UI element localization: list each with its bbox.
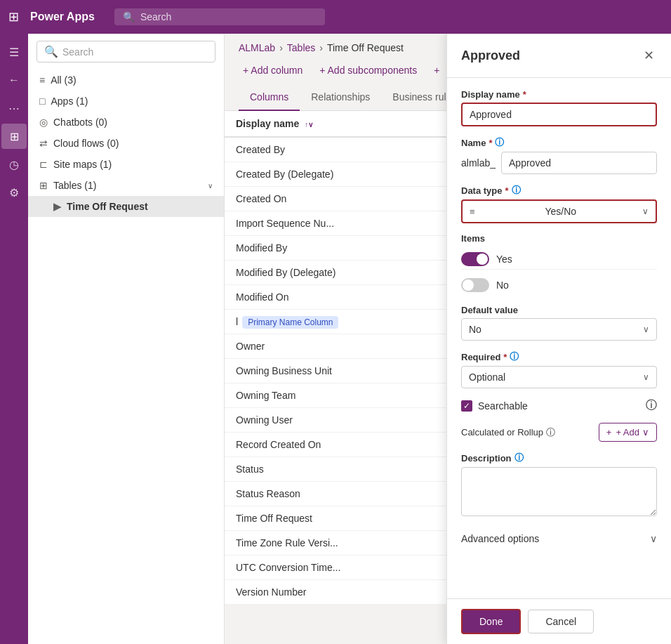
data-type-value: Yes/No — [545, 206, 576, 217]
add-chevron-icon: ∨ — [642, 427, 649, 438]
row-name-text: Status — [236, 464, 264, 475]
row-display-name: Owning Team — [225, 383, 464, 408]
required-label: Required * ⓘ — [461, 350, 657, 363]
data-type-select[interactable]: ≡ Yes/No ∨ — [461, 199, 657, 223]
add-subcomponents-button[interactable]: + Add subcomponents — [315, 62, 421, 79]
row-name-text: Record Created On — [236, 439, 321, 450]
display-name-group: Display name * — [461, 89, 657, 126]
history-icon-btn[interactable]: ◷ — [1, 152, 27, 177]
more-icon-btn[interactable]: ⋯ — [1, 96, 27, 121]
cancel-button[interactable]: Cancel — [528, 610, 594, 633]
tab-relationships[interactable]: Relationships — [300, 84, 381, 111]
row-display-name: Record Created On — [225, 433, 464, 457]
nav-search-input[interactable] — [62, 46, 208, 58]
sidebar-item-cloud-flows[interactable]: ⇄ Cloud flows (0) — [28, 133, 224, 154]
tab-columns[interactable]: Columns — [239, 84, 300, 111]
settings-icon-btn[interactable]: ⚙ — [1, 180, 27, 205]
no-label: No — [496, 280, 509, 291]
row-name-text: Status Reason — [236, 488, 300, 499]
back-icon-btn[interactable]: ← — [1, 67, 27, 93]
close-button[interactable]: ✕ — [641, 45, 657, 66]
breadcrumb-sep-2: › — [319, 42, 323, 53]
row-name-text: Created By (Delegate) — [236, 169, 333, 180]
yes-toggle[interactable] — [461, 252, 489, 266]
data-type-group: Data type * ⓘ ≡ Yes/No ∨ — [461, 184, 657, 223]
add-calculated-button[interactable]: + + Add ∨ — [599, 423, 657, 442]
description-textarea[interactable] — [461, 467, 657, 516]
no-toggle[interactable] — [461, 278, 489, 292]
flow-icon: ⇄ — [39, 138, 48, 149]
sort-icon[interactable]: ↑∨ — [305, 121, 313, 129]
searchable-info-icon[interactable]: ⓘ — [646, 398, 657, 413]
icon-sidebar: ☰ ← ⋯ ⊞ ◷ ⚙ — [0, 34, 28, 644]
app-icon: □ — [39, 96, 45, 107]
breadcrumb-tables[interactable]: Tables — [287, 42, 315, 53]
sidebar-item-site-maps[interactable]: ⊏ Site maps (1) — [28, 154, 224, 175]
item-row-no: No — [461, 275, 657, 295]
calculated-info-icon[interactable]: ⓘ — [546, 426, 555, 439]
primary-name-badge: Primary Name Column — [242, 316, 338, 329]
name-label: Name * ⓘ — [461, 136, 657, 149]
searchable-label: Searchable — [478, 400, 528, 412]
display-name-label: Display name * — [461, 89, 657, 100]
row-name-text: Import Sequence Nu... — [236, 218, 334, 229]
sidebar-item-chatbots[interactable]: ◎ Chatbots (0) — [28, 112, 224, 133]
name-info-icon[interactable]: ⓘ — [495, 136, 504, 149]
bot-icon: ◎ — [39, 117, 48, 128]
breadcrumb-almlab[interactable]: ALMLab — [239, 42, 275, 53]
row-name-text: Owning User — [236, 414, 293, 426]
row-name-text: UTC Conversion Time... — [236, 562, 340, 573]
table-icon: ⊞ — [39, 180, 48, 191]
name-input[interactable] — [501, 152, 657, 174]
row-name-text: Time Zone Rule Versi... — [236, 537, 338, 548]
child-table-icon: ▶ — [53, 201, 61, 212]
row-display-name: Status — [225, 457, 464, 482]
add-column-button[interactable]: + Add column — [239, 62, 307, 79]
required-select[interactable]: Optional ∨ — [461, 366, 657, 388]
sidebar-item-time-off-request[interactable]: ▶ Time Off Request — [28, 196, 224, 217]
content-area: ALMLab › Tables › Time Off Request + Add… — [225, 34, 671, 644]
breadcrumb-current: Time Off Request — [327, 42, 404, 53]
row-name-text: Modified By — [236, 242, 287, 254]
row-display-name: Owner — [225, 334, 464, 359]
top-navigation: ⊞ Power Apps 🔍 — [0, 0, 671, 34]
sidebar-item-label-cloud-flows: Cloud flows (0) — [53, 138, 119, 149]
sidebar-item-label-time-off: Time Off Request — [67, 201, 148, 212]
yes-label: Yes — [496, 254, 512, 265]
default-value-group: Default value No ∨ — [461, 305, 657, 341]
required-info-icon[interactable]: ⓘ — [510, 350, 519, 363]
row-display-name: Time Zone Rule Versi... — [225, 531, 464, 556]
global-search-input[interactable] — [140, 11, 317, 22]
row-display-name: Created By (Delegate) — [225, 162, 464, 187]
display-name-input[interactable] — [461, 103, 657, 126]
required-value: Optional — [469, 372, 505, 383]
nav-panel: 🔍 ≡ All (3) □ Apps (1) ◎ Chatbots (0) ⇄ … — [28, 34, 225, 644]
panel-title: Approved — [461, 48, 520, 63]
row-name-text: Owning Business Unit — [236, 365, 332, 376]
data-type-info-icon[interactable]: ⓘ — [512, 184, 521, 197]
data-type-list-icon: ≡ — [470, 206, 475, 217]
more-toolbar-button[interactable]: + — [430, 62, 444, 79]
searchable-checkbox[interactable]: ✓ — [461, 400, 472, 412]
sidebar-item-all[interactable]: ≡ All (3) — [28, 70, 224, 91]
name-prefix: almlab_ — [461, 157, 496, 169]
row-display-name: Modified By (Delegate) — [225, 261, 464, 285]
required-group: Required * ⓘ Optional ∨ — [461, 350, 657, 388]
menu-icon-btn[interactable]: ☰ — [1, 39, 27, 65]
apps-icon-btn[interactable]: ⊞ — [1, 124, 27, 149]
done-button[interactable]: Done — [461, 609, 521, 634]
row-display-name: Owning User — [225, 408, 464, 433]
sidebar-item-apps[interactable]: □ Apps (1) — [28, 91, 224, 112]
description-group: Description ⓘ — [461, 452, 657, 516]
waffle-icon[interactable]: ⊞ — [8, 9, 19, 25]
advanced-label: Advanced options — [461, 533, 539, 544]
sidebar-item-tables[interactable]: ⊞ Tables (1) ∨ — [28, 175, 224, 196]
advanced-options-row[interactable]: Advanced options ∨ — [461, 526, 657, 551]
row-display-name: Created By — [225, 137, 464, 162]
description-info-icon[interactable]: ⓘ — [514, 452, 524, 464]
app-title: Power Apps — [30, 11, 95, 23]
calculated-row: Calculated or Rollup ⓘ + + Add ∨ — [461, 423, 657, 442]
default-value-select[interactable]: No ∨ — [461, 318, 657, 341]
expand-arrow-icon: ∨ — [208, 182, 213, 190]
row-display-name: Version Number — [225, 580, 464, 605]
